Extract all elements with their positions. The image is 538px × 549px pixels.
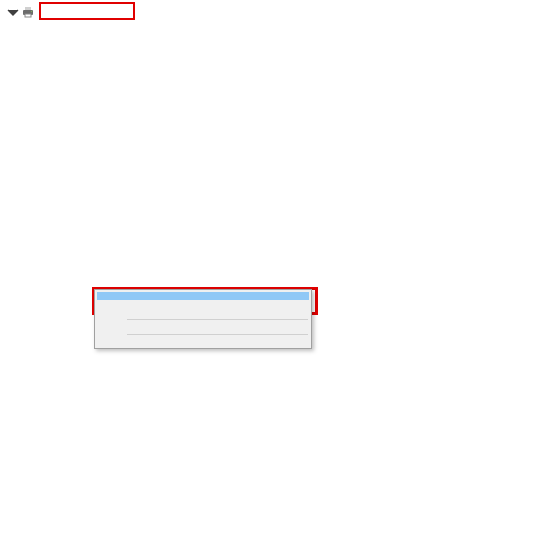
menu-uninstall-device[interactable] [97,308,309,316]
highlight-annotation [39,2,135,20]
menu-disable-device[interactable] [97,300,309,308]
device-tree[interactable] [0,0,538,23]
menu-separator [127,334,308,335]
printer-icon [20,4,36,20]
tree-item-label [40,11,44,13]
menu-separator [127,319,308,320]
chevron-down-icon[interactable] [4,4,20,20]
context-menu[interactable] [94,289,312,349]
tree-item-print-queues[interactable] [4,2,538,21]
menu-properties[interactable] [97,338,309,346]
menu-scan-hardware[interactable] [97,323,309,331]
menu-update-driver[interactable] [97,292,309,300]
